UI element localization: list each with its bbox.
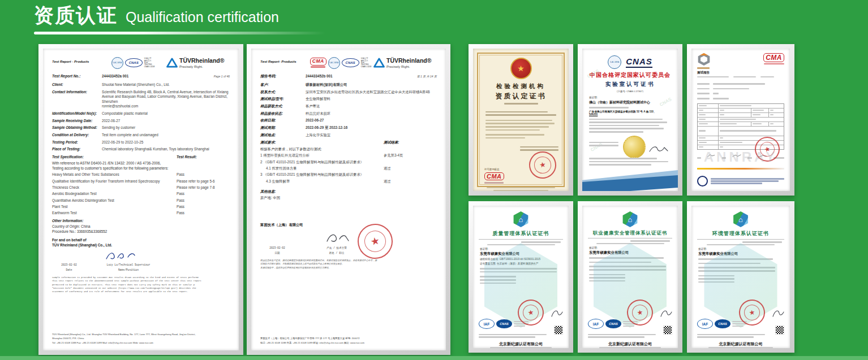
signature-image	[549, 309, 564, 319]
report-no-value: 244433452a 001	[102, 74, 214, 79]
field-label: 测试周期:	[260, 125, 306, 131]
mark-label: 许可使用标志	[484, 168, 504, 171]
test-name: 4.3 生物降解率	[260, 179, 384, 184]
behalf-line: For and on behalf of	[52, 238, 230, 243]
tuv-tagline: Precisely Right.	[386, 64, 432, 69]
text-line-skeleton	[697, 67, 710, 69]
tuv-triangle-icon	[166, 58, 178, 68]
issuer-address-skeleton	[708, 347, 773, 348]
cert-title: 职业健康安全管理体系认证证书	[582, 230, 678, 236]
report-no-label: 报告号码:	[260, 74, 306, 79]
spec-intro: With reference to ASTM D6400-21 /EN 1343…	[52, 161, 230, 166]
behalf-line: TÜV Rheinland (Shanghai) Co., Ltd.	[52, 243, 230, 248]
text-line-skeleton	[485, 123, 555, 124]
cert-title-line2: 资质认定证书	[473, 92, 569, 101]
test-result: Pass	[177, 211, 230, 216]
body-skeleton	[589, 119, 671, 133]
section-header: 资质认证 Qualification certification	[34, 2, 279, 29]
certificate-annray-report[interactable]: 测试报告 CMA	[687, 44, 794, 196]
text-line-skeleton	[485, 129, 540, 131]
red-seal-stamp: ★	[527, 149, 558, 181]
other-info-line: Procedure No.: 3366935&3368552	[52, 229, 230, 235]
issuer-name: 北京新纪源认证有限公司	[691, 341, 790, 347]
certificate-tuv-chinese-report[interactable]: Test Report- Products CMA ILAC-MRA CNAS …	[247, 44, 450, 355]
cert-title-line1: 检验检测机构	[473, 83, 569, 90]
registration-no: （注册号: CNAS L17367）	[589, 90, 671, 93]
field-value: 全生物降解塑料	[306, 97, 437, 102]
other-info-line: Country of Origin: China	[52, 224, 230, 229]
accent-bar	[697, 168, 784, 170]
field-label: Sample Obtaining Method:	[52, 125, 102, 131]
cnas-logo: CNAS	[626, 57, 652, 68]
field-label: 测试样品/型号:	[260, 97, 306, 102]
gold-seal	[623, 136, 646, 158]
field-value: Sending by customer	[102, 125, 230, 131]
signer-name: 卢兆 / 技术主管	[294, 246, 379, 250]
tuv-brand: TÜVRheinland®	[386, 57, 432, 64]
text-line-skeleton	[485, 137, 525, 139]
report-footer: 莱茵技术（上海）有限公司 上海市静安区广中西路 777 弄 177 号上海莱茵大…	[260, 337, 437, 345]
other-info-header: Other Information:	[52, 219, 230, 224]
footnote-skeleton	[588, 333, 672, 339]
accreditation-text: 中国认可 国际互认 检测 TESTING CNAS L3208	[144, 58, 155, 68]
other-info-header: 其他信息:	[260, 189, 437, 194]
annray-logo-block: 测试报告	[697, 53, 711, 75]
test-name: Qualitative Identification by Fourier Tr…	[52, 179, 177, 184]
test-name: 4.1 挥发性固体含量	[260, 166, 384, 171]
signature-image	[103, 250, 230, 262]
test-result: Please refer to page 5-6	[177, 179, 230, 184]
date-lines-skeleton	[520, 145, 558, 153]
signer-name: Lucy Lu/Technical Supervisor	[86, 263, 171, 267]
report-no-label: Test Report No.:	[52, 74, 102, 79]
spec-intro: 根据客户的要求，对以下参数进行测试:	[260, 147, 437, 152]
test-result	[384, 172, 437, 177]
field-label: Testing Period:	[52, 140, 102, 145]
text-line-skeleton	[504, 103, 538, 105]
field-label: Client:	[52, 83, 102, 88]
certificate-iso-environment[interactable]: ⌂ 环境管理体系认证证书 兹证明: 东莞市硕康实业有限公司 I	[687, 201, 794, 353]
doc-type-label: 测试报告	[697, 71, 711, 75]
certificate-tuv-english-report[interactable]: Test Report - Products ILAC-MRA CNAS 中国认…	[38, 44, 243, 355]
field-value: 深圳市宝安区西乡街道劳动社区西乡大道和宝源路交汇处中央大道科研楼A座4B	[306, 90, 437, 95]
accreditation-logos: IAF CNAS	[697, 319, 747, 329]
field-value: 2022-06-27	[102, 119, 230, 124]
cnas-org-title: 中国合格评定国家认可委员会	[589, 71, 671, 79]
test-result: Pass	[177, 192, 230, 197]
page-note: Page 1 of 46	[214, 75, 230, 79]
annray-footer	[697, 176, 784, 186]
field-label: Condition at Delivery:	[52, 133, 102, 138]
qualification-certification-section: 资质认证 Qualification certification Test Re…	[0, 0, 868, 360]
signature-image	[659, 309, 673, 319]
doc-type-label: Test Report- Products	[260, 57, 308, 64]
result-header: Test Result:	[177, 155, 230, 160]
iaf-icon: IAF	[588, 319, 604, 329]
certify-label: 兹证明:	[589, 96, 671, 99]
test-result: Pass	[177, 198, 230, 203]
tuv-tagline: Precisely Right.	[179, 64, 225, 69]
test-name: Plant Test	[52, 205, 177, 210]
ilac-mra-icon: ILAC-MRA	[608, 55, 621, 69]
test-name: Heavy Metals and Other Toxic Substances	[52, 172, 177, 177]
test-result	[384, 160, 437, 165]
field-value: Test item complete and undamaged	[102, 133, 230, 138]
text-line-skeleton	[485, 134, 544, 136]
behalf-line: 莱茵技术（上海）有限公司	[260, 223, 437, 228]
national-emblem-icon: ★	[510, 58, 532, 79]
certificate-iso-ohs[interactable]: ⌂ 职业健康安全管理体系认证证书 兹证明: 东莞市硕康实业有限公司	[578, 201, 682, 353]
holder-postcode: 526231	[589, 113, 671, 116]
test-result: Please refer to page 7-8	[177, 185, 230, 190]
test-name: Aerobic Biodegradation Test	[52, 192, 177, 197]
field-value: 2022-06-27	[306, 118, 437, 123]
signature-image	[771, 309, 785, 319]
field-value: 上海化学实验室	[306, 133, 437, 138]
cnas-icon: CNAS	[496, 319, 512, 328]
certifier-hexagon-icon: ⌂	[622, 211, 639, 227]
report-no-value: 244433452b 001	[306, 74, 417, 79]
certificate-cma-qualification[interactable]: ★ 检验检测机构 资质认定证书 许可使用标志 CMA	[469, 44, 573, 196]
annray-logo-icon	[697, 53, 711, 66]
certificate-cnas-laboratory[interactable]: CNAS CNAS CNAS ILAC-MRA CNAS 中国合格评定国家认可委…	[578, 44, 682, 196]
cnas-icon: CNAS	[605, 319, 621, 328]
sign-date-label: Date	[52, 268, 86, 272]
certificate-iso-quality[interactable]: ⌂ 质量管理体系认证证书 兹证明: 东莞市硕康实业有限公司 该组织符合标准: G…	[469, 201, 573, 353]
signature-image	[647, 145, 670, 154]
